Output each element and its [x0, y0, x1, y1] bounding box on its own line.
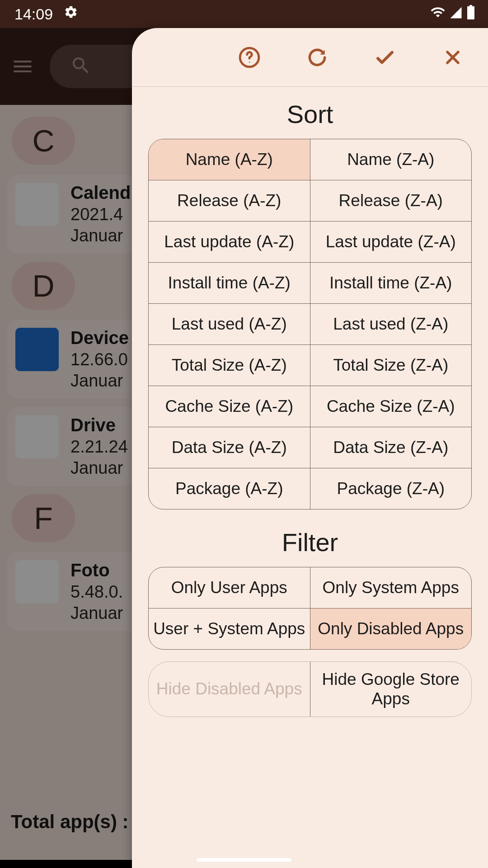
sort-option[interactable]: Last used (Z-A): [310, 304, 472, 344]
sort-option[interactable]: Total Size (A-Z): [149, 345, 310, 386]
filter-option[interactable]: Only User Apps: [149, 567, 310, 608]
filter-option[interactable]: Only Disabled Apps: [310, 609, 472, 649]
sort-option[interactable]: Last update (Z-A): [310, 222, 472, 262]
svg-point-1: [249, 61, 250, 63]
hide-grid: Hide Disabled AppsHide Google Store Apps: [148, 661, 472, 717]
sort-filter-panel: Sort Name (A-Z)Name (Z-A)Release (A-Z)Re…: [132, 28, 488, 868]
status-time: 14:09: [14, 5, 53, 23]
sort-option[interactable]: Last update (A-Z): [149, 222, 310, 262]
battery-icon: [466, 5, 475, 23]
close-button[interactable]: [439, 44, 466, 71]
wifi-icon: [430, 5, 446, 24]
filter-title: Filter: [148, 528, 472, 557]
gear-icon: [64, 5, 78, 23]
panel-header: [132, 28, 488, 87]
sort-option[interactable]: Data Size (A-Z): [149, 427, 310, 468]
nav-pill: [197, 858, 291, 862]
sort-option[interactable]: Name (Z-A): [310, 139, 472, 180]
refresh-button[interactable]: [304, 44, 331, 71]
status-bar: 14:09: [0, 0, 488, 28]
sort-option[interactable]: Release (A-Z): [149, 180, 310, 221]
sort-title: Sort: [148, 99, 472, 129]
cell-signal-icon: [449, 5, 463, 23]
filter-option[interactable]: User + System Apps: [149, 609, 310, 649]
filter-grid: Only User AppsOnly System AppsUser + Sys…: [148, 567, 472, 650]
sort-option[interactable]: Install time (Z-A): [310, 263, 472, 303]
hide-option: Hide Disabled Apps: [149, 662, 310, 717]
apply-button[interactable]: [371, 44, 399, 71]
sort-option[interactable]: Install time (A-Z): [149, 263, 310, 303]
sort-option[interactable]: Name (A-Z): [149, 139, 310, 180]
sort-option[interactable]: Package (Z-A): [310, 468, 472, 509]
sort-option[interactable]: Total Size (Z-A): [310, 345, 472, 386]
filter-option[interactable]: Only System Apps: [310, 567, 472, 608]
sort-grid: Name (A-Z)Name (Z-A)Release (A-Z)Release…: [148, 139, 472, 509]
sort-option[interactable]: Cache Size (Z-A): [310, 386, 472, 427]
hide-option[interactable]: Hide Google Store Apps: [310, 662, 472, 717]
sort-option[interactable]: Data Size (Z-A): [310, 427, 472, 468]
sort-option[interactable]: Last used (A-Z): [149, 304, 310, 344]
sort-option[interactable]: Cache Size (A-Z): [149, 386, 310, 427]
sort-option[interactable]: Release (Z-A): [310, 180, 472, 221]
help-button[interactable]: [236, 44, 263, 71]
sort-option[interactable]: Package (A-Z): [149, 468, 310, 509]
